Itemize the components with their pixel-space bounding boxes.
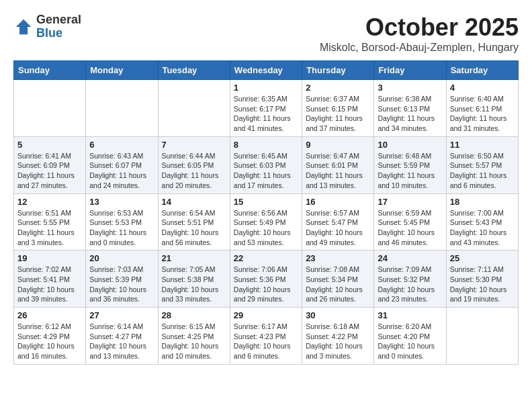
- day-info: Sunrise: 6:38 AM Sunset: 6:13 PM Dayligh…: [378, 94, 442, 134]
- day-number: 12: [17, 197, 82, 207]
- day-info: Sunrise: 6:35 AM Sunset: 6:17 PM Dayligh…: [234, 94, 298, 134]
- day-number: 4: [450, 83, 515, 93]
- weekday-header: Sunday: [14, 61, 86, 80]
- calendar-cell: 8Sunrise: 6:45 AM Sunset: 6:03 PM Daylig…: [230, 136, 302, 193]
- day-number: 17: [378, 197, 442, 207]
- page-header: General Blue October 2025 Miskolc, Borso…: [13, 13, 519, 54]
- day-info: Sunrise: 7:09 AM Sunset: 5:32 PM Dayligh…: [378, 265, 442, 304]
- day-info: Sunrise: 6:18 AM Sunset: 4:22 PM Dayligh…: [306, 322, 370, 361]
- calendar-cell: 12Sunrise: 6:51 AM Sunset: 5:55 PM Dayli…: [14, 193, 86, 250]
- calendar-cell: 15Sunrise: 6:56 AM Sunset: 5:49 PM Dayli…: [230, 193, 302, 250]
- day-number: 29: [234, 310, 298, 320]
- weekday-header: Wednesday: [230, 61, 302, 80]
- day-info: Sunrise: 6:40 AM Sunset: 6:11 PM Dayligh…: [450, 94, 515, 134]
- day-number: 18: [450, 197, 515, 207]
- calendar-week-row: 12Sunrise: 6:51 AM Sunset: 5:55 PM Dayli…: [14, 193, 519, 250]
- day-number: 28: [162, 310, 226, 320]
- calendar-cell: 9Sunrise: 6:47 AM Sunset: 6:01 PM Daylig…: [302, 136, 374, 193]
- day-number: 20: [89, 253, 154, 263]
- day-number: 2: [306, 83, 370, 93]
- day-info: Sunrise: 6:44 AM Sunset: 6:05 PM Dayligh…: [162, 151, 226, 191]
- day-info: Sunrise: 6:20 AM Sunset: 4:20 PM Dayligh…: [378, 322, 442, 361]
- day-info: Sunrise: 6:56 AM Sunset: 5:49 PM Dayligh…: [234, 208, 298, 248]
- day-number: 24: [378, 253, 442, 263]
- day-info: Sunrise: 6:54 AM Sunset: 5:51 PM Dayligh…: [162, 208, 226, 248]
- day-number: 1: [234, 83, 298, 93]
- calendar-cell: 27Sunrise: 6:14 AM Sunset: 4:27 PM Dayli…: [86, 308, 158, 365]
- day-number: 10: [378, 140, 442, 150]
- day-number: 5: [17, 140, 82, 150]
- day-number: 11: [450, 140, 515, 150]
- calendar-cell: [158, 80, 230, 137]
- logo-text: General Blue: [36, 13, 81, 40]
- day-info: Sunrise: 6:48 AM Sunset: 5:59 PM Dayligh…: [378, 151, 442, 191]
- day-number: 6: [89, 140, 154, 150]
- calendar-cell: 6Sunrise: 6:43 AM Sunset: 6:07 PM Daylig…: [86, 136, 158, 193]
- calendar-cell: 21Sunrise: 7:05 AM Sunset: 5:38 PM Dayli…: [158, 250, 230, 308]
- day-info: Sunrise: 6:17 AM Sunset: 4:23 PM Dayligh…: [234, 322, 298, 361]
- day-number: 21: [162, 253, 226, 263]
- location: Miskolc, Borsod-Abauj-Zemplen, Hungary: [320, 42, 519, 54]
- day-info: Sunrise: 6:43 AM Sunset: 6:07 PM Dayligh…: [89, 151, 154, 191]
- day-info: Sunrise: 7:11 AM Sunset: 5:30 PM Dayligh…: [450, 265, 515, 304]
- day-info: Sunrise: 6:12 AM Sunset: 4:29 PM Dayligh…: [17, 322, 82, 361]
- logo-general: General: [36, 13, 81, 27]
- calendar-cell: [86, 80, 158, 137]
- day-number: 16: [306, 197, 370, 207]
- calendar-cell: 31Sunrise: 6:20 AM Sunset: 4:20 PM Dayli…: [374, 308, 446, 365]
- calendar-cell: 4Sunrise: 6:40 AM Sunset: 6:11 PM Daylig…: [446, 80, 518, 137]
- day-number: 31: [378, 310, 442, 320]
- day-number: 8: [234, 140, 298, 150]
- calendar-cell: 2Sunrise: 6:37 AM Sunset: 6:15 PM Daylig…: [302, 80, 374, 137]
- calendar-cell: 30Sunrise: 6:18 AM Sunset: 4:22 PM Dayli…: [302, 308, 374, 365]
- calendar-cell: [14, 80, 86, 137]
- calendar-cell: 10Sunrise: 6:48 AM Sunset: 5:59 PM Dayli…: [374, 136, 446, 193]
- logo-icon: [13, 17, 34, 37]
- calendar-cell: [446, 308, 518, 365]
- day-number: 9: [306, 140, 370, 150]
- calendar-cell: 18Sunrise: 7:00 AM Sunset: 5:43 PM Dayli…: [446, 193, 518, 250]
- day-info: Sunrise: 6:57 AM Sunset: 5:47 PM Dayligh…: [306, 208, 370, 248]
- day-number: 3: [378, 83, 442, 93]
- weekday-header: Thursday: [302, 61, 374, 80]
- calendar-week-row: 5Sunrise: 6:41 AM Sunset: 6:09 PM Daylig…: [14, 136, 519, 193]
- calendar-cell: 16Sunrise: 6:57 AM Sunset: 5:47 PM Dayli…: [302, 193, 374, 250]
- day-number: 30: [306, 310, 370, 320]
- calendar-cell: 24Sunrise: 7:09 AM Sunset: 5:32 PM Dayli…: [374, 250, 446, 308]
- calendar-cell: 14Sunrise: 6:54 AM Sunset: 5:51 PM Dayli…: [158, 193, 230, 250]
- day-number: 25: [450, 253, 515, 263]
- calendar-week-row: 19Sunrise: 7:02 AM Sunset: 5:41 PM Dayli…: [14, 250, 519, 308]
- logo: General Blue: [13, 13, 81, 40]
- calendar-week-row: 26Sunrise: 6:12 AM Sunset: 4:29 PM Dayli…: [14, 308, 519, 365]
- day-number: 22: [234, 253, 298, 263]
- calendar-cell: 11Sunrise: 6:50 AM Sunset: 5:57 PM Dayli…: [446, 136, 518, 193]
- logo-blue: Blue: [36, 27, 81, 40]
- day-number: 13: [89, 197, 154, 207]
- weekday-header: Friday: [374, 61, 446, 80]
- day-info: Sunrise: 7:02 AM Sunset: 5:41 PM Dayligh…: [17, 265, 82, 304]
- calendar-week-row: 1Sunrise: 6:35 AM Sunset: 6:17 PM Daylig…: [14, 80, 519, 137]
- calendar-cell: 19Sunrise: 7:02 AM Sunset: 5:41 PM Dayli…: [14, 250, 86, 308]
- day-info: Sunrise: 6:15 AM Sunset: 4:25 PM Dayligh…: [162, 322, 226, 361]
- weekday-header-row: SundayMondayTuesdayWednesdayThursdayFrid…: [14, 61, 519, 80]
- day-number: 27: [89, 310, 154, 320]
- day-info: Sunrise: 6:41 AM Sunset: 6:09 PM Dayligh…: [17, 151, 82, 191]
- day-number: 7: [162, 140, 226, 150]
- calendar-cell: 29Sunrise: 6:17 AM Sunset: 4:23 PM Dayli…: [230, 308, 302, 365]
- day-info: Sunrise: 6:51 AM Sunset: 5:55 PM Dayligh…: [17, 208, 82, 248]
- calendar: SundayMondayTuesdayWednesdayThursdayFrid…: [13, 60, 519, 365]
- day-info: Sunrise: 6:45 AM Sunset: 6:03 PM Dayligh…: [234, 151, 298, 191]
- day-info: Sunrise: 7:08 AM Sunset: 5:34 PM Dayligh…: [306, 265, 370, 304]
- day-info: Sunrise: 6:50 AM Sunset: 5:57 PM Dayligh…: [450, 151, 515, 191]
- day-info: Sunrise: 6:59 AM Sunset: 5:45 PM Dayligh…: [378, 208, 442, 248]
- month-title: October 2025: [320, 13, 519, 42]
- calendar-cell: 3Sunrise: 6:38 AM Sunset: 6:13 PM Daylig…: [374, 80, 446, 137]
- calendar-cell: 1Sunrise: 6:35 AM Sunset: 6:17 PM Daylig…: [230, 80, 302, 137]
- day-number: 26: [17, 310, 82, 320]
- day-info: Sunrise: 6:53 AM Sunset: 5:53 PM Dayligh…: [89, 208, 154, 248]
- day-number: 19: [17, 253, 82, 263]
- calendar-cell: 17Sunrise: 6:59 AM Sunset: 5:45 PM Dayli…: [374, 193, 446, 250]
- calendar-cell: 26Sunrise: 6:12 AM Sunset: 4:29 PM Dayli…: [14, 308, 86, 365]
- day-info: Sunrise: 7:00 AM Sunset: 5:43 PM Dayligh…: [450, 208, 515, 248]
- svg-marker-0: [16, 19, 32, 35]
